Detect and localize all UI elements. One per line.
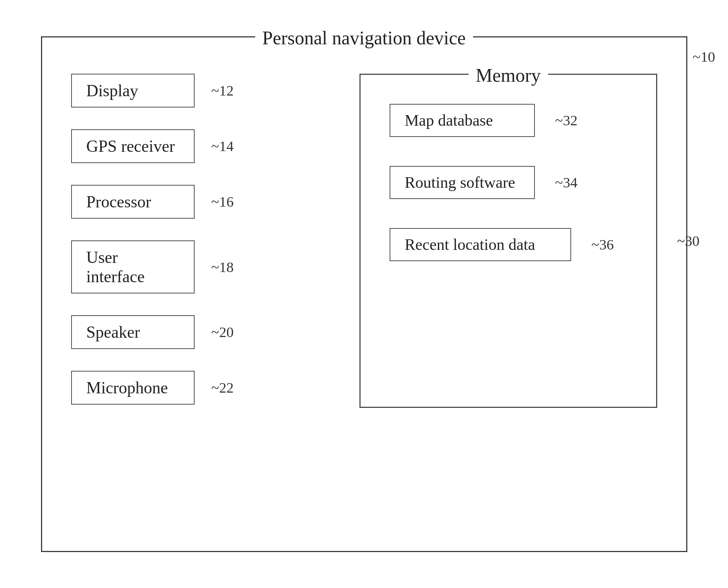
outer-device-box: Personal navigation device 10 Display 12…	[41, 36, 687, 552]
ref-10-label: 10	[693, 48, 715, 65]
display-ref: 12	[211, 82, 234, 99]
map-database-box: Map database 32	[390, 104, 535, 137]
map-database-label: Map database	[405, 111, 493, 130]
processor-box: Processor 16	[71, 185, 195, 219]
recent-location-label: Recent location data	[405, 235, 535, 254]
microphone-ref: 22	[211, 379, 234, 396]
recent-location-box: Recent location data 36	[390, 228, 571, 261]
routing-software-box: Routing software 34	[390, 166, 535, 199]
processor-ref: 16	[211, 193, 234, 210]
speaker-ref: 20	[211, 324, 234, 341]
gps-receiver-label: GPS receiver	[86, 137, 175, 156]
recent-location-ref: 36	[591, 236, 614, 253]
routing-software-ref: 34	[555, 174, 578, 191]
user-interface-box: User interface 18	[71, 240, 195, 293]
display-box: Display 12	[71, 74, 195, 108]
memory-box: Memory 30 Map database 32 Routing softwa…	[359, 74, 657, 408]
user-interface-ref: 18	[211, 258, 234, 275]
page-container: Personal navigation device 10 Display 12…	[0, 0, 728, 588]
microphone-box: Microphone 22	[71, 371, 195, 405]
speaker-label: Speaker	[86, 323, 140, 342]
gps-receiver-ref: 14	[211, 138, 234, 155]
memory-title: Memory	[468, 65, 548, 86]
gps-receiver-box: GPS receiver 14	[71, 129, 195, 163]
display-label: Display	[86, 81, 138, 100]
map-database-ref: 32	[555, 112, 578, 129]
speaker-box: Speaker 20	[71, 315, 195, 349]
memory-components: Map database 32 Routing software 34 Rece…	[390, 104, 571, 261]
memory-ref: 30	[677, 232, 700, 249]
routing-software-label: Routing software	[405, 173, 515, 192]
left-column: Display 12 GPS receiver 14 Processor 16 …	[71, 74, 195, 405]
microphone-label: Microphone	[86, 378, 168, 397]
outer-title: Personal navigation device	[255, 27, 473, 49]
user-interface-label: User interface	[86, 248, 179, 286]
processor-label: Processor	[86, 192, 151, 211]
